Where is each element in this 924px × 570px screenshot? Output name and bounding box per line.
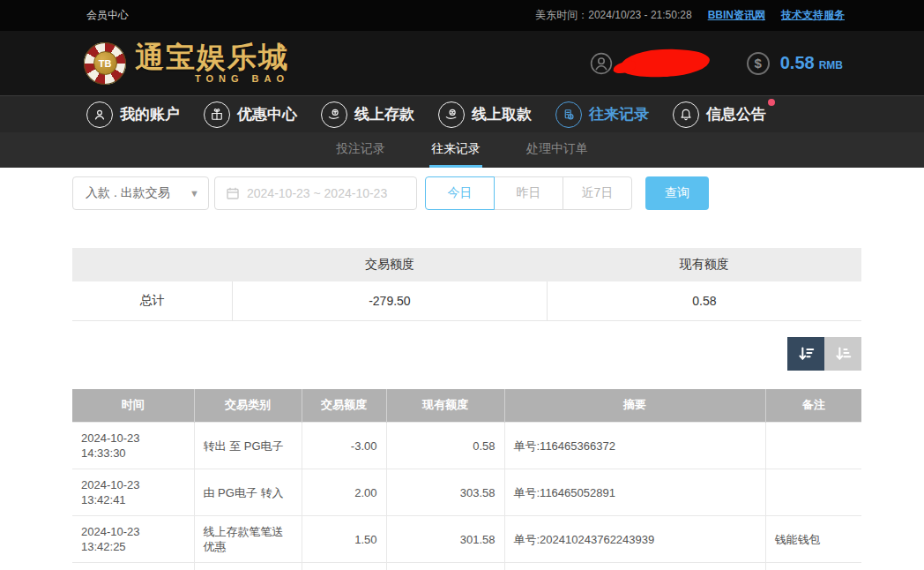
topbar: 会员中心 美东时间：2024/10/23 - 21:50:28 BBIN资讯网 … xyxy=(0,0,924,31)
bell-icon xyxy=(673,101,699,128)
user-avatar-icon[interactable] xyxy=(590,52,613,75)
cell-note xyxy=(765,469,861,516)
cell-type: 线上存款笔笔送优惠 xyxy=(194,516,302,563)
col-header-note: 备注 xyxy=(765,389,861,423)
cell-summary: 单号:202410243762243939 xyxy=(504,516,765,563)
cell-amount: 2.00 xyxy=(302,469,386,516)
cell-type: 转出 至 PG电子 xyxy=(194,423,302,469)
censored-username xyxy=(619,47,710,79)
balance-amount: 0.58 xyxy=(780,53,815,73)
tab-transaction-records[interactable]: 往来记录 xyxy=(429,132,482,168)
summary-row: 总计 -279.50 0.58 xyxy=(72,281,861,320)
gift-icon xyxy=(204,101,230,128)
sort-descending-icon xyxy=(796,344,816,364)
col-header-balance: 现有额度 xyxy=(386,389,504,423)
cell-note xyxy=(765,423,861,469)
col-header-time: 时间 xyxy=(72,389,194,423)
cell-note: 钱能钱包 xyxy=(765,563,861,570)
summary-current-balance: 0.58 xyxy=(547,281,861,320)
eastern-time-label: 美东时间：2024/10/23 - 21:50:28 xyxy=(535,8,691,23)
cell-time: 2024-10-23 13:42:41 xyxy=(72,469,194,516)
nav-item-withdraw[interactable]: 线上取款 xyxy=(438,101,532,128)
sub-nav: 投注记录 往来记录 处理中订单 xyxy=(0,132,924,168)
date-range-input[interactable]: 2024-10-23 ~ 2024-10-23 xyxy=(214,176,417,210)
nav-item-transaction-records[interactable]: 往来记录 xyxy=(555,101,649,128)
col-header-summary: 摘要 xyxy=(504,389,765,423)
deposit-icon xyxy=(321,101,347,128)
cell-balance: 303.58 xyxy=(386,469,504,516)
cell-amount: 1.50 xyxy=(302,516,386,563)
tab-betting-records[interactable]: 投注记录 xyxy=(334,132,387,168)
sort-ascending-icon xyxy=(833,344,853,364)
records-icon xyxy=(555,101,582,128)
transaction-type-value: 入款 . 出款交易 xyxy=(86,185,170,201)
today-button[interactable]: 今日 xyxy=(425,176,495,210)
transaction-type-select[interactable]: 入款 . 出款交易 ▼ xyxy=(72,176,209,210)
withdraw-icon xyxy=(438,101,465,128)
records-header-row: 时间 交易类别 交易额度 现有额度 摘要 备注 xyxy=(72,389,861,423)
cell-time: 2024-10-23 14:33:30 xyxy=(72,423,194,469)
summary-header-empty xyxy=(72,248,233,281)
balance-currency: RMB xyxy=(819,59,843,71)
summary-transaction-amount: -279.50 xyxy=(233,281,548,320)
col-header-type: 交易类别 xyxy=(194,389,302,423)
last-7-days-button[interactable]: 近7日 xyxy=(563,176,632,210)
summary-header-balance: 现有额度 xyxy=(547,248,861,281)
content-area: 入款 . 出款交易 ▼ 2024-10-23 ~ 2024-10-23 今日 昨… xyxy=(0,168,924,570)
user-icon xyxy=(86,101,113,128)
date-range-value: 2024-10-23 ~ 2024-10-23 xyxy=(247,186,387,200)
logo-title: 通宝娱乐城 xyxy=(135,43,289,72)
nav-item-deposit[interactable]: 线上存款 xyxy=(321,101,414,128)
table-row: 2024-10-23 13:42:25 线上存款笔笔送优惠 1.50 301.5… xyxy=(72,516,861,563)
tab-pending-orders[interactable]: 处理中订单 xyxy=(525,132,590,168)
poker-chip-icon: TB xyxy=(84,42,126,85)
member-center-link[interactable]: 会员中心 xyxy=(86,8,129,23)
sort-descending-button[interactable] xyxy=(787,337,824,371)
cell-summary: 单号:116465366372 xyxy=(504,423,765,469)
tech-support-link[interactable]: 技术支持服务 xyxy=(781,8,845,23)
quick-date-group: 今日 昨日 近7日 xyxy=(425,176,632,210)
table-row: 2024-10-23 13:42:25 线上存款 300.00 300.08 单… xyxy=(72,563,861,570)
nav-item-my-account[interactable]: 我的账户 xyxy=(86,101,180,128)
logo-subtitle: TONG BAO xyxy=(195,74,289,84)
search-button[interactable]: 查询 xyxy=(645,176,709,210)
records-table: 时间 交易类别 交易额度 现有额度 摘要 备注 2024-10-23 14:33… xyxy=(72,389,861,570)
cell-balance: 300.08 xyxy=(386,563,504,570)
calendar-icon xyxy=(226,186,240,200)
cell-time: 2024-10-23 13:42:25 xyxy=(72,563,194,570)
summary-table: 交易额度 现有额度 总计 -279.50 0.58 xyxy=(72,248,861,321)
cell-balance: 301.58 xyxy=(386,516,504,563)
cell-balance: 0.58 xyxy=(386,423,504,469)
nav-item-promotions[interactable]: 优惠中心 xyxy=(204,101,297,128)
summary-total-label: 总计 xyxy=(72,281,233,320)
filter-bar: 入款 . 出款交易 ▼ 2024-10-23 ~ 2024-10-23 今日 昨… xyxy=(72,176,861,210)
main-nav: 我的账户 优惠中心 线上存款 线上取款 往来记录 信息公告 xyxy=(0,95,924,132)
bbin-news-link[interactable]: BBIN资讯网 xyxy=(708,8,765,23)
cell-amount: -3.00 xyxy=(302,423,386,469)
table-row: 2024-10-23 13:42:41 由 PG电子 转入 2.00 303.5… xyxy=(72,469,861,516)
chevron-down-icon: ▼ xyxy=(190,188,199,199)
site-logo[interactable]: TB 通宝娱乐城 TONG BAO xyxy=(84,42,289,85)
dollar-circle-icon: $ xyxy=(747,52,770,75)
cell-time: 2024-10-23 13:42:25 xyxy=(72,516,194,563)
table-row: 2024-10-23 14:33:30 转出 至 PG电子 -3.00 0.58… xyxy=(72,423,861,469)
cell-summary: 单号:116465052891 xyxy=(504,469,765,516)
logo-badge: TB xyxy=(93,51,117,75)
cell-type: 由 PG电子 转入 xyxy=(194,469,302,516)
sort-ascending-button[interactable] xyxy=(824,337,861,371)
sort-controls xyxy=(72,337,861,371)
col-header-amount: 交易额度 xyxy=(302,389,386,423)
cell-amount: 300.00 xyxy=(302,563,386,570)
cell-note: 钱能钱包 xyxy=(765,516,861,563)
notification-badge xyxy=(768,99,775,106)
summary-header-transaction: 交易额度 xyxy=(233,248,548,281)
header: TB 通宝娱乐城 TONG BAO $ 0.58 RMB xyxy=(0,31,924,95)
cell-summary: 单号:202410243762243939 人民币(RMB): 300 xyxy=(504,563,765,570)
yesterday-button[interactable]: 昨日 xyxy=(494,176,563,210)
nav-item-announcements[interactable]: 信息公告 xyxy=(673,101,766,128)
cell-type: 线上存款 xyxy=(194,563,302,570)
